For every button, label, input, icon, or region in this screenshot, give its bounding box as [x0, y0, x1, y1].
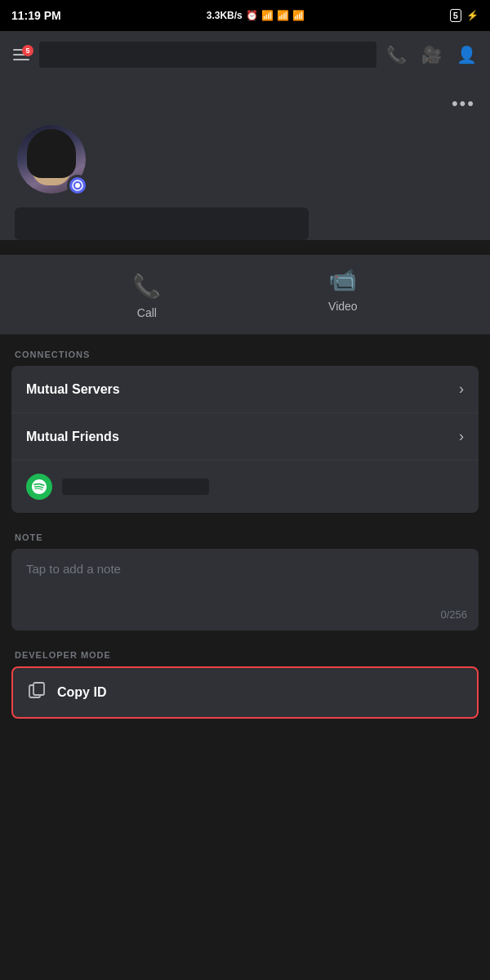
signal-icon-1: 📶 — [261, 10, 274, 21]
nav-icons: 📞 🎥 👤 — [386, 45, 477, 65]
spotify-row — [11, 461, 479, 513]
status-battery: 5 ⚡ — [450, 9, 479, 22]
search-bar[interactable] — [39, 42, 376, 68]
note-counter: 0/256 — [440, 608, 467, 621]
copy-id-button[interactable]: Copy ID — [11, 666, 479, 719]
mutual-friends-label: Mutual Friends — [26, 430, 119, 444]
status-bar: 11:19 PM 3.3KB/s ⏰ 📶 📶 📶 5 ⚡ — [0, 0, 490, 31]
profile-icon[interactable]: 👤 — [457, 45, 477, 65]
video-label: Video — [328, 300, 358, 313]
copy-id-label: Copy ID — [57, 685, 106, 700]
call-label: Call — [137, 306, 157, 319]
profile-section: ••• — [0, 78, 490, 240]
developer-mode-header: DEVELOPER MODE — [0, 635, 490, 666]
call-button[interactable]: 📞 Call — [132, 266, 161, 319]
svg-rect-3 — [33, 683, 44, 695]
main-content: CONNECTIONS Mutual Servers › Mutual Frie… — [0, 335, 490, 719]
mutual-servers-row[interactable]: Mutual Servers › — [11, 366, 479, 413]
mutual-friends-chevron: › — [459, 428, 464, 445]
more-dots-icon[interactable]: ••• — [452, 93, 475, 114]
status-indicator — [67, 175, 88, 196]
connections-card: Mutual Servers › Mutual Friends › — [11, 366, 479, 513]
mutual-friends-row[interactable]: Mutual Friends › — [11, 413, 479, 461]
svg-point-1 — [75, 183, 80, 188]
note-placeholder: Tap to add a note — [26, 562, 121, 576]
video-button[interactable]: 📹 Video — [328, 266, 358, 319]
more-options[interactable]: ••• — [15, 93, 475, 114]
spotify-icon — [26, 474, 52, 500]
note-card[interactable]: Tap to add a note 0/256 — [11, 549, 479, 630]
call-icon-unicode: 📞 — [132, 273, 161, 300]
username-bar — [15, 207, 309, 240]
call-icon[interactable]: 📞 — [386, 45, 407, 65]
mutual-servers-label: Mutual Servers — [26, 382, 120, 397]
copy-icon — [28, 681, 46, 704]
spotify-username-bar — [62, 479, 209, 495]
mutual-servers-chevron: › — [459, 381, 464, 398]
hamburger-menu-wrap[interactable]: 5 — [13, 49, 29, 60]
video-icon-unicode: 📹 — [328, 266, 357, 293]
video-icon[interactable]: 🎥 — [421, 45, 442, 65]
action-buttons: 📞 Call 📹 Video — [0, 255, 490, 335]
status-network: 3.3KB/s ⏰ 📶 📶 📶 — [207, 10, 305, 21]
note-section-header: NOTE — [0, 518, 490, 549]
notification-badge: 5 — [22, 45, 33, 56]
wifi-icon: 📶 — [292, 10, 305, 21]
battery-level: 5 — [450, 9, 461, 22]
alarm-icon: ⏰ — [246, 10, 258, 21]
signal-icon-2: 📶 — [277, 10, 289, 21]
top-navigation: 5 📞 🎥 👤 — [0, 31, 490, 78]
status-time: 11:19 PM — [11, 9, 61, 22]
avatar-area — [15, 122, 96, 196]
connections-section-header: CONNECTIONS — [0, 335, 490, 366]
charging-icon: ⚡ — [466, 10, 479, 21]
